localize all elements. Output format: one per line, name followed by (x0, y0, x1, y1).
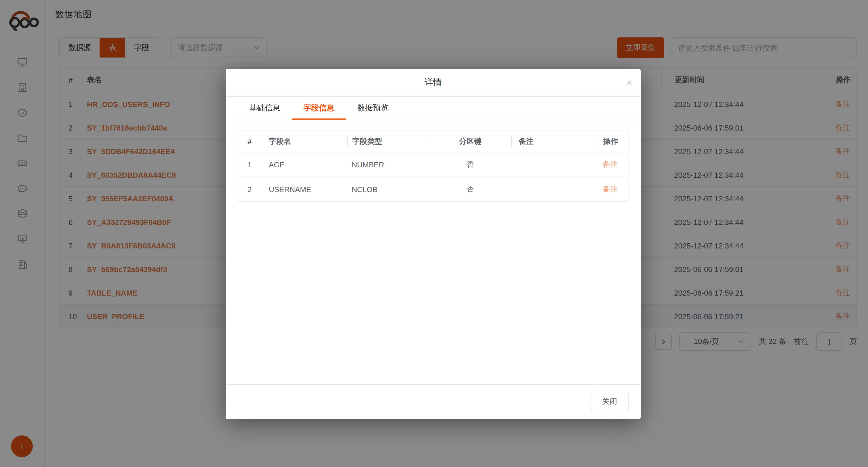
modal-title: 详情 (425, 77, 442, 88)
fields-table: # 字段名 字段类型 分区键 备注 操作 1 AGE NUMBER 否 (238, 131, 628, 202)
field-type: NCLOB (347, 185, 429, 194)
close-button[interactable]: 关闭 (591, 392, 628, 411)
field-name: USERNAME (259, 185, 347, 194)
field-index: 2 (238, 185, 259, 194)
modal-footer: 关闭 (226, 384, 641, 419)
app-window: i 数据地图 数据源 表 字段 请选择数据源 立即采集 # 表名 更新 (0, 0, 868, 467)
field-partition: 否 (429, 184, 511, 194)
field-partition: 否 (429, 159, 511, 170)
tab-basic-info[interactable]: 基础信息 (238, 97, 292, 120)
tab-data-preview[interactable]: 数据预览 (346, 97, 400, 120)
field-index: 1 (238, 160, 259, 169)
fields-table-body: 1 AGE NUMBER 否 备注 2 USERNAME NCLOB 否 (238, 152, 628, 201)
field-remark-link[interactable]: 备注 (603, 160, 618, 168)
fields-table-header: # 字段名 字段类型 分区键 备注 操作 (238, 131, 628, 152)
modal-body: # 字段名 字段类型 分区键 备注 操作 1 AGE NUMBER 否 (226, 120, 641, 202)
fcol-action: 操作 (595, 136, 628, 147)
fcol-partition: 分区键 (429, 136, 511, 147)
field-remark-link[interactable]: 备注 (603, 185, 618, 193)
tab-field-info[interactable]: 字段信息 (292, 97, 346, 120)
fcol-type: 字段类型 (347, 136, 429, 147)
detail-modal: 详情 ✕ 基础信息 字段信息 数据预览 # 字段名 字段类型 分区键 备注 操作 (226, 69, 641, 419)
modal-header: 详情 ✕ (226, 69, 641, 97)
close-icon[interactable]: ✕ (626, 79, 632, 86)
fcol-index: # (238, 136, 259, 147)
field-row: 2 USERNAME NCLOB 否 备注 (238, 176, 628, 201)
field-type: NUMBER (347, 160, 429, 169)
field-name: AGE (259, 160, 347, 169)
modal-tabs: 基础信息 字段信息 数据预览 (226, 97, 641, 120)
field-row: 1 AGE NUMBER 否 备注 (238, 152, 628, 176)
fcol-name: 字段名 (259, 136, 347, 147)
fcol-remark: 备注 (511, 136, 595, 147)
